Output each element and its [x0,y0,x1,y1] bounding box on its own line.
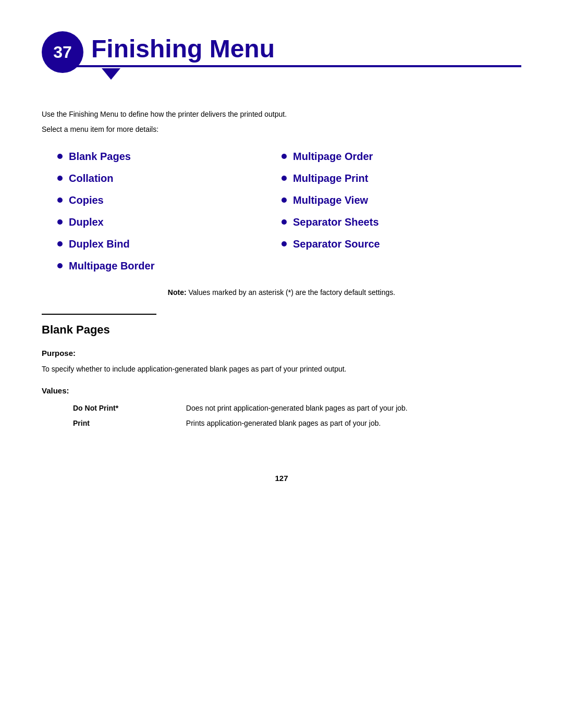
link-multipage-border[interactable]: Multipage Border [69,258,154,274]
chapter-title-container: Finishing Menu [70,31,521,83]
note-section: Note: Values marked by an asterisk (*) a… [42,287,521,298]
bullet-icon [282,176,287,181]
link-multipage-order[interactable]: Multipage Order [293,149,373,164]
right-column: Multipage Order Multipage Print Multipag… [282,145,506,277]
values-table: Do Not Print* Does not print application… [73,401,521,431]
section-divider [42,314,156,315]
value-name-print: Print [73,416,186,431]
bullet-icon [57,219,63,225]
blank-pages-heading: Blank Pages [42,321,521,338]
bullet-icon [57,241,63,246]
link-duplex-bind[interactable]: Duplex Bind [69,236,130,252]
page-header: 37 Finishing Menu [42,31,521,83]
list-item[interactable]: Duplex Bind [57,233,282,255]
note-text: Values marked by an asterisk (*) are the… [189,288,396,297]
link-blank-pages[interactable]: Blank Pages [69,149,131,164]
list-item[interactable]: Multipage View [282,189,506,211]
table-row: Print Prints application-generated blank… [73,416,521,431]
list-item[interactable]: Separator Source [282,233,506,255]
bullet-icon [282,154,287,159]
link-separator-sheets[interactable]: Separator Sheets [293,214,379,230]
list-item[interactable]: Copies [57,189,282,211]
list-item[interactable]: Multipage Order [282,145,506,167]
title-underline [70,65,521,67]
bullet-icon [282,219,287,225]
list-item[interactable]: Duplex [57,211,282,233]
value-name-do-not-print: Do Not Print* [73,401,186,416]
bullet-icon [57,198,63,203]
bullet-icon [57,154,63,159]
list-item[interactable]: Collation [57,167,282,189]
chapter-number: 37 [53,40,72,65]
bullet-icon [282,198,287,203]
values-label: Values: [42,385,521,397]
link-collation[interactable]: Collation [69,170,114,186]
note-label: Note: [168,288,187,297]
list-item[interactable]: Separator Sheets [282,211,506,233]
page-number: 127 [42,473,521,485]
list-item[interactable]: Multipage Print [282,167,506,189]
link-multipage-print[interactable]: Multipage Print [293,170,368,186]
bullet-icon [57,176,63,181]
purpose-label: Purpose: [42,348,521,360]
list-item[interactable]: Blank Pages [57,145,282,167]
table-row: Do Not Print* Does not print application… [73,401,521,416]
bullet-icon [57,263,63,268]
menu-links-grid: Blank Pages Collation Copies Duplex Dupl… [57,145,506,277]
intro-line1: Use the Finishing Menu to define how the… [42,109,521,120]
link-copies[interactable]: Copies [69,192,104,208]
chapter-badge: 37 [42,31,83,73]
intro-line2: Select a menu item for more details: [42,124,521,135]
purpose-text: To specify whether to include applicatio… [42,364,521,375]
link-multipage-view[interactable]: Multipage View [293,192,368,208]
link-duplex[interactable]: Duplex [69,214,104,230]
bullet-icon [282,241,287,246]
chapter-title: Finishing Menu [70,31,521,63]
left-column: Blank Pages Collation Copies Duplex Dupl… [57,145,282,277]
value-desc-print: Prints application-generated blank pages… [186,416,521,431]
list-item[interactable]: Multipage Border [57,255,282,277]
chevron-decoration [102,68,120,80]
link-separator-source[interactable]: Separator Source [293,236,380,252]
value-desc-do-not-print: Does not print application-generated bla… [186,401,521,416]
